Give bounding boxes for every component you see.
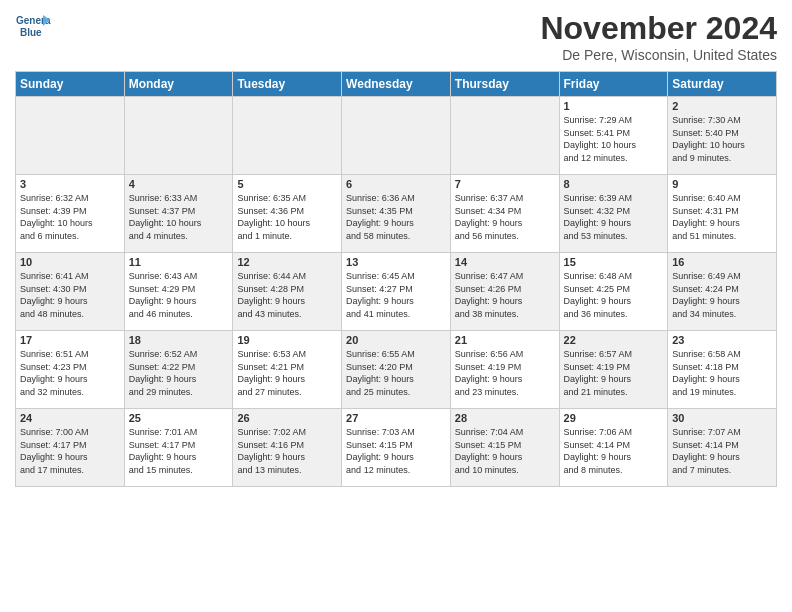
calendar-cell-w1-d4: 7Sunrise: 6:37 AM Sunset: 4:34 PM Daylig… [450, 175, 559, 253]
calendar-cell-w4-d5: 29Sunrise: 7:06 AM Sunset: 4:14 PM Dayli… [559, 409, 668, 487]
day-info: Sunrise: 6:43 AM Sunset: 4:29 PM Dayligh… [129, 270, 229, 320]
day-number: 5 [237, 178, 337, 190]
calendar-cell-w0-d1 [124, 97, 233, 175]
day-info: Sunrise: 6:44 AM Sunset: 4:28 PM Dayligh… [237, 270, 337, 320]
calendar-cell-w0-d2 [233, 97, 342, 175]
day-info: Sunrise: 6:39 AM Sunset: 4:32 PM Dayligh… [564, 192, 664, 242]
day-number: 3 [20, 178, 120, 190]
col-friday: Friday [559, 72, 668, 97]
calendar-cell-w4-d3: 27Sunrise: 7:03 AM Sunset: 4:15 PM Dayli… [342, 409, 451, 487]
calendar-cell-w4-d4: 28Sunrise: 7:04 AM Sunset: 4:15 PM Dayli… [450, 409, 559, 487]
day-info: Sunrise: 6:33 AM Sunset: 4:37 PM Dayligh… [129, 192, 229, 242]
calendar-cell-w1-d2: 5Sunrise: 6:35 AM Sunset: 4:36 PM Daylig… [233, 175, 342, 253]
day-number: 18 [129, 334, 229, 346]
calendar-cell-w2-d1: 11Sunrise: 6:43 AM Sunset: 4:29 PM Dayli… [124, 253, 233, 331]
calendar-cell-w2-d4: 14Sunrise: 6:47 AM Sunset: 4:26 PM Dayli… [450, 253, 559, 331]
calendar-cell-w3-d1: 18Sunrise: 6:52 AM Sunset: 4:22 PM Dayli… [124, 331, 233, 409]
calendar-cell-w4-d1: 25Sunrise: 7:01 AM Sunset: 4:17 PM Dayli… [124, 409, 233, 487]
day-number: 6 [346, 178, 446, 190]
svg-text:Blue: Blue [20, 27, 42, 38]
calendar-cell-w2-d0: 10Sunrise: 6:41 AM Sunset: 4:30 PM Dayli… [16, 253, 125, 331]
col-sunday: Sunday [16, 72, 125, 97]
calendar-cell-w1-d6: 9Sunrise: 6:40 AM Sunset: 4:31 PM Daylig… [668, 175, 777, 253]
day-info: Sunrise: 7:07 AM Sunset: 4:14 PM Dayligh… [672, 426, 772, 476]
day-number: 21 [455, 334, 555, 346]
col-wednesday: Wednesday [342, 72, 451, 97]
calendar-cell-w1-d3: 6Sunrise: 6:36 AM Sunset: 4:35 PM Daylig… [342, 175, 451, 253]
day-number: 9 [672, 178, 772, 190]
day-info: Sunrise: 6:47 AM Sunset: 4:26 PM Dayligh… [455, 270, 555, 320]
calendar-cell-w4-d6: 30Sunrise: 7:07 AM Sunset: 4:14 PM Dayli… [668, 409, 777, 487]
day-info: Sunrise: 7:29 AM Sunset: 5:41 PM Dayligh… [564, 114, 664, 164]
logo: General Blue [15, 10, 51, 46]
day-info: Sunrise: 6:51 AM Sunset: 4:23 PM Dayligh… [20, 348, 120, 398]
calendar-cell-w4-d0: 24Sunrise: 7:00 AM Sunset: 4:17 PM Dayli… [16, 409, 125, 487]
calendar-cell-w2-d6: 16Sunrise: 6:49 AM Sunset: 4:24 PM Dayli… [668, 253, 777, 331]
day-number: 14 [455, 256, 555, 268]
day-number: 7 [455, 178, 555, 190]
day-number: 4 [129, 178, 229, 190]
col-monday: Monday [124, 72, 233, 97]
day-info: Sunrise: 6:36 AM Sunset: 4:35 PM Dayligh… [346, 192, 446, 242]
calendar-table: Sunday Monday Tuesday Wednesday Thursday… [15, 71, 777, 487]
day-info: Sunrise: 6:56 AM Sunset: 4:19 PM Dayligh… [455, 348, 555, 398]
week-row-1: 3Sunrise: 6:32 AM Sunset: 4:39 PM Daylig… [16, 175, 777, 253]
day-number: 29 [564, 412, 664, 424]
col-thursday: Thursday [450, 72, 559, 97]
calendar-cell-w0-d5: 1Sunrise: 7:29 AM Sunset: 5:41 PM Daylig… [559, 97, 668, 175]
day-info: Sunrise: 6:57 AM Sunset: 4:19 PM Dayligh… [564, 348, 664, 398]
day-info: Sunrise: 7:03 AM Sunset: 4:15 PM Dayligh… [346, 426, 446, 476]
day-info: Sunrise: 6:49 AM Sunset: 4:24 PM Dayligh… [672, 270, 772, 320]
day-number: 25 [129, 412, 229, 424]
day-info: Sunrise: 6:52 AM Sunset: 4:22 PM Dayligh… [129, 348, 229, 398]
day-number: 17 [20, 334, 120, 346]
calendar-cell-w3-d0: 17Sunrise: 6:51 AM Sunset: 4:23 PM Dayli… [16, 331, 125, 409]
day-number: 22 [564, 334, 664, 346]
day-info: Sunrise: 6:35 AM Sunset: 4:36 PM Dayligh… [237, 192, 337, 242]
calendar-header-row: Sunday Monday Tuesday Wednesday Thursday… [16, 72, 777, 97]
day-number: 15 [564, 256, 664, 268]
day-info: Sunrise: 6:53 AM Sunset: 4:21 PM Dayligh… [237, 348, 337, 398]
calendar-cell-w3-d3: 20Sunrise: 6:55 AM Sunset: 4:20 PM Dayli… [342, 331, 451, 409]
page: General Blue November 2024 De Pere, Wisc… [0, 0, 792, 612]
day-number: 19 [237, 334, 337, 346]
day-number: 28 [455, 412, 555, 424]
day-info: Sunrise: 7:02 AM Sunset: 4:16 PM Dayligh… [237, 426, 337, 476]
calendar-cell-w1-d1: 4Sunrise: 6:33 AM Sunset: 4:37 PM Daylig… [124, 175, 233, 253]
day-info: Sunrise: 6:58 AM Sunset: 4:18 PM Dayligh… [672, 348, 772, 398]
day-number: 12 [237, 256, 337, 268]
calendar-cell-w0-d3 [342, 97, 451, 175]
col-saturday: Saturday [668, 72, 777, 97]
day-number: 16 [672, 256, 772, 268]
col-tuesday: Tuesday [233, 72, 342, 97]
header: General Blue November 2024 De Pere, Wisc… [15, 10, 777, 63]
day-number: 27 [346, 412, 446, 424]
calendar-cell-w0-d0 [16, 97, 125, 175]
week-row-2: 10Sunrise: 6:41 AM Sunset: 4:30 PM Dayli… [16, 253, 777, 331]
week-row-0: 1Sunrise: 7:29 AM Sunset: 5:41 PM Daylig… [16, 97, 777, 175]
day-info: Sunrise: 7:00 AM Sunset: 4:17 PM Dayligh… [20, 426, 120, 476]
day-info: Sunrise: 7:30 AM Sunset: 5:40 PM Dayligh… [672, 114, 772, 164]
calendar-cell-w1-d0: 3Sunrise: 6:32 AM Sunset: 4:39 PM Daylig… [16, 175, 125, 253]
calendar-cell-w0-d6: 2Sunrise: 7:30 AM Sunset: 5:40 PM Daylig… [668, 97, 777, 175]
calendar-cell-w3-d5: 22Sunrise: 6:57 AM Sunset: 4:19 PM Dayli… [559, 331, 668, 409]
day-number: 30 [672, 412, 772, 424]
day-number: 24 [20, 412, 120, 424]
calendar-cell-w3-d2: 19Sunrise: 6:53 AM Sunset: 4:21 PM Dayli… [233, 331, 342, 409]
day-number: 11 [129, 256, 229, 268]
calendar-cell-w0-d4 [450, 97, 559, 175]
day-info: Sunrise: 6:40 AM Sunset: 4:31 PM Dayligh… [672, 192, 772, 242]
calendar-cell-w3-d6: 23Sunrise: 6:58 AM Sunset: 4:18 PM Dayli… [668, 331, 777, 409]
day-info: Sunrise: 6:45 AM Sunset: 4:27 PM Dayligh… [346, 270, 446, 320]
day-number: 23 [672, 334, 772, 346]
day-number: 2 [672, 100, 772, 112]
day-info: Sunrise: 7:06 AM Sunset: 4:14 PM Dayligh… [564, 426, 664, 476]
day-info: Sunrise: 7:01 AM Sunset: 4:17 PM Dayligh… [129, 426, 229, 476]
day-info: Sunrise: 6:48 AM Sunset: 4:25 PM Dayligh… [564, 270, 664, 320]
day-info: Sunrise: 6:32 AM Sunset: 4:39 PM Dayligh… [20, 192, 120, 242]
logo-graphic: General Blue [15, 10, 51, 46]
location: De Pere, Wisconsin, United States [540, 47, 777, 63]
calendar-cell-w2-d3: 13Sunrise: 6:45 AM Sunset: 4:27 PM Dayli… [342, 253, 451, 331]
week-row-4: 24Sunrise: 7:00 AM Sunset: 4:17 PM Dayli… [16, 409, 777, 487]
day-info: Sunrise: 6:37 AM Sunset: 4:34 PM Dayligh… [455, 192, 555, 242]
